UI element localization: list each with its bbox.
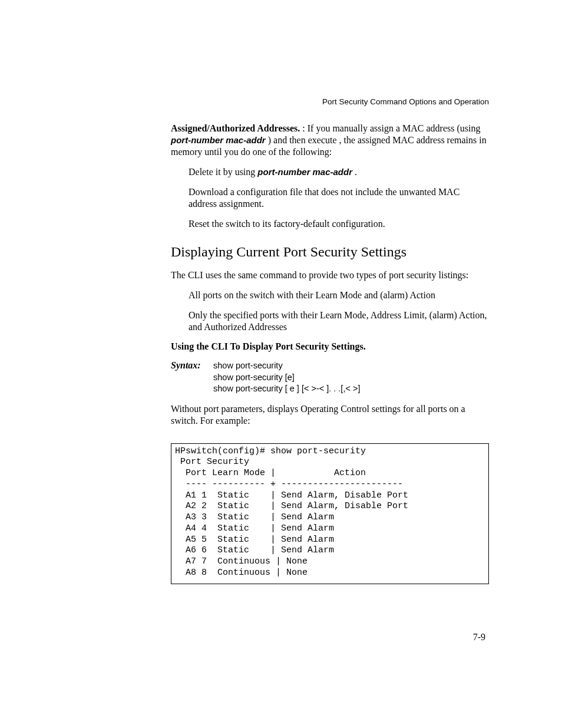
bullet-list-2: All ports on the switch with their Learn… xyxy=(189,289,489,333)
para-assigned-authorized: Assigned/Authorized Addresses. : If you … xyxy=(171,123,489,158)
syntax-block: Syntax: show port-security show port-sec… xyxy=(171,360,489,395)
param-port-number: port-number xyxy=(257,167,310,177)
text: Delete it by using xyxy=(189,167,257,177)
page-content: Port Security Command Options and Operat… xyxy=(171,97,489,584)
text: . xyxy=(352,167,357,177)
text: Without port parameters, xyxy=(171,404,267,414)
section-heading: Displaying Current Port Security Setting… xyxy=(171,244,489,260)
bullet-list-1: Delete it by using port-number mac-addr … xyxy=(189,166,489,230)
page-number: 7-9 xyxy=(473,632,485,643)
text: : If you manually assign a MAC address (… xyxy=(300,123,480,133)
list-item: Delete it by using port-number mac-addr … xyxy=(189,166,489,178)
running-head: Port Security Command Options and Operat… xyxy=(171,97,489,106)
param-port-number: port-number xyxy=(171,135,223,145)
syntax-label: Syntax: xyxy=(171,360,213,371)
subheading: Using the CLI To Display Port Security S… xyxy=(171,341,489,352)
param-mac-addr: mac-addr xyxy=(312,167,352,177)
syntax-commands: show port-security show port-security [e… xyxy=(213,360,360,395)
text: ) and then execute xyxy=(266,135,339,145)
lead-phrase: Assigned/Authorized Addresses. xyxy=(171,123,300,133)
list-item: Only the specified ports with their Lear… xyxy=(189,309,489,333)
terminal-output: HPswitch(config)# show port-security Por… xyxy=(171,443,489,584)
param-mac-addr: mac-addr xyxy=(226,135,266,145)
para-cli-intro: The CLI uses the same command to provide… xyxy=(171,269,489,281)
syntax-line: show port-security [e] xyxy=(213,372,360,384)
syntax-line: show port-security [ e ] [< >-< ]. . .[,… xyxy=(213,383,360,395)
list-item: All ports on the switch with their Learn… xyxy=(189,289,489,301)
syntax-line: show port-security xyxy=(213,360,360,372)
para-without-params: Without port parameters, displays Operat… xyxy=(171,403,489,427)
list-item: Reset the switch to its factory-default … xyxy=(189,218,489,230)
list-item: Download a configuration file that does … xyxy=(189,186,489,210)
